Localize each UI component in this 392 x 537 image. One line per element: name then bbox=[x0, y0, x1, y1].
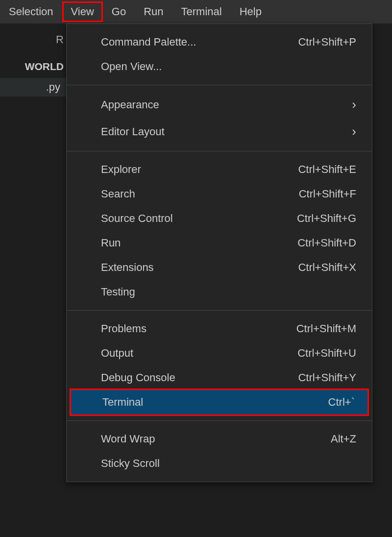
menu-item-source-control[interactable]: Source Control Ctrl+Shift+G bbox=[67, 206, 372, 231]
menu-item-sticky-scroll[interactable]: Sticky Scroll bbox=[67, 451, 372, 476]
menu-item-search[interactable]: Search Ctrl+Shift+F bbox=[67, 182, 372, 206]
menu-item-label: Run bbox=[101, 237, 121, 249]
sidebar-fragment: R WORLD .py bbox=[0, 24, 66, 97]
menubar-item-selection[interactable]: Selection bbox=[0, 1, 62, 22]
menu-item-shortcut: Alt+Z bbox=[331, 433, 356, 445]
menubar-item-help[interactable]: Help bbox=[231, 1, 270, 22]
menu-item-label: Testing bbox=[101, 286, 135, 298]
menu-item-terminal[interactable]: Terminal Ctrl+` bbox=[70, 389, 369, 416]
menu-item-label: Editor Layout bbox=[101, 125, 165, 138]
menu-item-output[interactable]: Output Ctrl+Shift+U bbox=[67, 341, 372, 366]
menu-item-word-wrap[interactable]: Word Wrap Alt+Z bbox=[67, 427, 372, 451]
menu-item-shortcut: Ctrl+` bbox=[328, 396, 355, 409]
menu-item-shortcut: Ctrl+Shift+Y bbox=[298, 371, 356, 384]
chevron-right-icon: › bbox=[352, 97, 356, 112]
menu-item-shortcut: Ctrl+Shift+U bbox=[297, 347, 356, 360]
folder-name-fragment: WORLD bbox=[0, 51, 66, 75]
menu-item-label: Terminal bbox=[102, 396, 143, 409]
menu-item-shortcut: Ctrl+Shift+D bbox=[297, 237, 356, 249]
menu-item-label: Sticky Scroll bbox=[101, 457, 160, 470]
menubar: Selection View Go Run Terminal Help bbox=[0, 0, 392, 24]
menu-item-label: Command Palette... bbox=[101, 36, 196, 49]
explorer-header-fragment: R bbox=[0, 24, 66, 51]
menu-item-label: Debug Console bbox=[101, 371, 175, 384]
menu-item-open-view[interactable]: Open View... bbox=[67, 54, 372, 79]
menu-item-label: Extensions bbox=[101, 261, 154, 274]
menu-item-label: Appearance bbox=[101, 98, 159, 111]
file-item-fragment[interactable]: .py bbox=[0, 78, 66, 97]
menu-item-label: Problems bbox=[101, 322, 147, 335]
menu-item-shortcut: Ctrl+Shift+E bbox=[298, 163, 356, 176]
menu-item-appearance[interactable]: Appearance › bbox=[67, 91, 372, 118]
menu-item-shortcut: Ctrl+Shift+G bbox=[297, 212, 356, 225]
menu-item-problems[interactable]: Problems Ctrl+Shift+M bbox=[67, 317, 372, 341]
menu-item-label: Search bbox=[101, 188, 135, 200]
menu-item-shortcut: Ctrl+Shift+M bbox=[296, 322, 356, 335]
menu-item-label: Source Control bbox=[101, 212, 173, 225]
menubar-item-view[interactable]: View bbox=[62, 1, 103, 22]
menu-item-debug-console[interactable]: Debug Console Ctrl+Shift+Y bbox=[67, 366, 372, 390]
menubar-item-terminal[interactable]: Terminal bbox=[172, 1, 231, 22]
menu-item-label: Explorer bbox=[101, 163, 141, 176]
menu-item-extensions[interactable]: Extensions Ctrl+Shift+X bbox=[67, 255, 372, 280]
menu-item-explorer[interactable]: Explorer Ctrl+Shift+E bbox=[67, 157, 372, 182]
menu-item-label: Word Wrap bbox=[101, 433, 155, 445]
menu-item-label: Output bbox=[101, 347, 133, 360]
menu-item-testing[interactable]: Testing bbox=[67, 280, 372, 304]
menu-item-shortcut: Ctrl+Shift+F bbox=[299, 188, 356, 200]
menu-item-shortcut: Ctrl+Shift+P bbox=[298, 36, 356, 49]
menu-item-command-palette[interactable]: Command Palette... Ctrl+Shift+P bbox=[67, 30, 372, 54]
menu-item-shortcut: Ctrl+Shift+X bbox=[298, 261, 356, 274]
menu-item-run[interactable]: Run Ctrl+Shift+D bbox=[67, 231, 372, 255]
menu-item-editor-layout[interactable]: Editor Layout › bbox=[67, 118, 372, 145]
menubar-item-run[interactable]: Run bbox=[135, 1, 172, 22]
chevron-right-icon: › bbox=[352, 124, 356, 139]
menubar-item-go[interactable]: Go bbox=[103, 1, 135, 22]
view-dropdown-menu: Command Palette... Ctrl+Shift+P Open Vie… bbox=[66, 24, 372, 482]
menu-item-label: Open View... bbox=[101, 60, 162, 73]
